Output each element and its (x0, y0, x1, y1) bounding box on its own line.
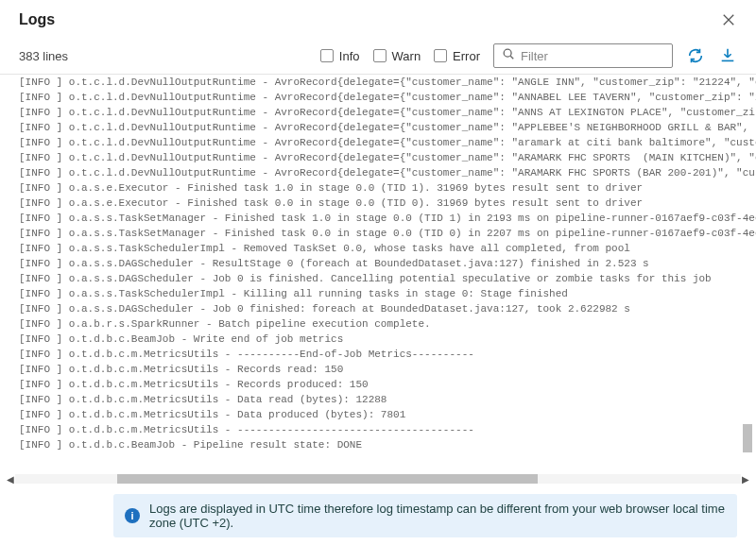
utc-notice: i Logs are displayed in UTC time therefo… (113, 494, 737, 537)
info-icon: i (125, 508, 140, 523)
scroll-left-arrow[interactable]: ◀ (6, 474, 15, 485)
notice-text: Logs are displayed in UTC time therefore… (149, 502, 726, 530)
scroll-track[interactable] (15, 474, 741, 484)
checkbox-box (373, 49, 387, 62)
refresh-button[interactable] (686, 46, 705, 65)
page-title: Logs (19, 11, 55, 28)
filter-input[interactable] (521, 49, 664, 63)
line-count: 383 lines (19, 49, 307, 63)
checkbox-error[interactable]: Error (434, 49, 480, 63)
toolbar: 383 lines Info Warn Error (0, 38, 756, 75)
checkbox-label: Info (339, 49, 360, 63)
checkbox-warn[interactable]: Warn (373, 49, 421, 63)
scroll-thumb[interactable] (117, 474, 538, 484)
checkbox-info[interactable]: Info (320, 49, 360, 63)
checkbox-box (434, 49, 447, 62)
log-viewport[interactable]: [INFO ] o.t.c.l.d.DevNullOutputRuntime -… (0, 75, 756, 485)
horizontal-scrollbar[interactable]: ◀ ▶ (6, 473, 750, 485)
search-icon (502, 47, 515, 64)
checkbox-label: Warn (392, 49, 421, 63)
scroll-right-arrow[interactable]: ▶ (741, 474, 750, 485)
svg-line-1 (510, 56, 513, 59)
close-button[interactable] (720, 11, 737, 28)
download-button[interactable] (718, 46, 737, 65)
log-lines: [INFO ] o.t.c.l.d.DevNullOutputRuntime -… (0, 75, 756, 452)
checkbox-box (320, 49, 334, 62)
filter-field[interactable] (493, 43, 673, 68)
checkbox-label: Error (453, 49, 480, 63)
vertical-scrollbar-thumb[interactable] (743, 424, 752, 452)
svg-point-0 (504, 49, 511, 57)
